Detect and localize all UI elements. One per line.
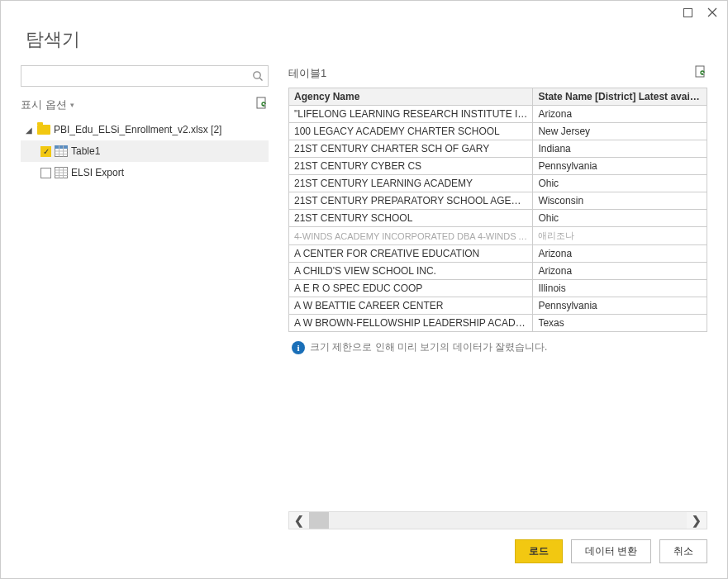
tree-item-label: ELSI Export <box>71 167 124 178</box>
navigator-tree: ◢ PBI_Edu_ELSi_Enrollment_v2.xlsx [2] ✓ … <box>21 119 269 183</box>
refresh-preview-icon[interactable] <box>694 65 707 81</box>
truncation-message: 크기 제한으로 인해 미리 보기의 데이터가 잘렸습니다. <box>310 340 547 354</box>
table-row[interactable]: A CHILD'S VIEW SCHOOL INC.Arizona <box>289 263 707 280</box>
svg-rect-7 <box>55 146 68 149</box>
checkbox-elsi-export[interactable] <box>40 168 51 178</box>
tree-collapse-icon[interactable]: ◢ <box>24 126 34 135</box>
column-header[interactable]: State Name [District] Latest available y… <box>533 88 707 106</box>
cell-state-name: Ohic <box>533 175 707 192</box>
cell-agency-name: A E R O SPEC EDUC COOP <box>289 280 533 297</box>
cell-state-name: Wisconsin <box>533 192 707 210</box>
table-row[interactable]: A CENTER FOR CREATIVE EDUCATIONArizona <box>289 245 707 263</box>
table-row[interactable]: 21ST CENTURY LEARNING ACADEMYOhic <box>289 175 707 192</box>
cell-state-name: Texas <box>533 315 707 332</box>
cell-agency-name: A W BEATTIE CAREER CENTER <box>289 297 533 315</box>
table-row[interactable]: 4-WINDS ACADEMY INCORPORATED DBA 4-WINDS… <box>289 227 707 245</box>
cell-state-name: Pennsylvania <box>533 297 707 315</box>
search-icon[interactable] <box>248 70 268 82</box>
cell-agency-name: A CHILD'S VIEW SCHOOL INC. <box>289 263 533 280</box>
tree-item-elsi-export[interactable]: ELSI Export <box>21 162 269 183</box>
scrollbar-track[interactable] <box>309 512 687 529</box>
cancel-button[interactable]: 취소 <box>659 539 707 563</box>
grid-header-row: Agency Name State Name [District] Latest… <box>289 88 707 106</box>
preview-title: 테이블1 <box>288 66 326 81</box>
cell-state-name: Arizona <box>533 106 707 123</box>
svg-line-4 <box>259 78 262 80</box>
scrollbar-thumb[interactable] <box>309 512 329 529</box>
cell-agency-name: 21ST CENTURY PREPARATORY SCHOOL AGENCY <box>289 192 533 210</box>
table-row[interactable]: 100 LEGACY ACADEMY CHARTER SCHOOLNew Jer… <box>289 123 707 140</box>
cell-agency-name: A W BROWN-FELLOWSHIP LEADERSHIP ACADEMY <box>289 315 533 332</box>
window-maximize-icon[interactable] <box>681 6 694 19</box>
cell-state-name: Pennsylvania <box>533 158 707 175</box>
search-input-container[interactable] <box>21 65 269 87</box>
scroll-left-icon[interactable]: ❮ <box>289 514 309 527</box>
cell-agency-name: "LIFELONG LEARNING RESEARCH INSTITUTE IN… <box>289 106 533 123</box>
cell-state-name: 애리조나 <box>533 227 707 245</box>
cell-agency-name: 21ST CENTURY CHARTER SCH OF GARY <box>289 140 533 158</box>
display-options-dropdown[interactable]: 표시 옵션 ▾ <box>21 97 74 112</box>
table-row[interactable]: 21ST CENTURY CHARTER SCH OF GARYIndiana <box>289 140 707 158</box>
display-options-label: 표시 옵션 <box>21 97 67 112</box>
table-row[interactable]: "LIFELONG LEARNING RESEARCH INSTITUTE IN… <box>289 106 707 123</box>
truncation-info: i 크기 제한으로 인해 미리 보기의 데이터가 잘렸습니다. <box>288 332 707 363</box>
tree-root-label: PBI_Edu_ELSi_Enrollment_v2.xlsx [2] <box>54 124 221 135</box>
table-row[interactable]: 21ST CENTURY SCHOOLOhic <box>289 210 707 227</box>
page-title: 탐색기 <box>26 27 702 52</box>
window-close-icon[interactable] <box>706 6 719 19</box>
cell-agency-name: 21ST CENTURY CYBER CS <box>289 158 533 175</box>
sheet-icon <box>55 167 68 178</box>
horizontal-scrollbar[interactable]: ❮ ❯ <box>288 511 707 529</box>
cell-agency-name: 4-WINDS ACADEMY INCORPORATED DBA 4-WINDS… <box>289 227 533 245</box>
table-row[interactable]: A E R O SPEC EDUC COOPIllinois <box>289 280 707 297</box>
load-button[interactable]: 로드 <box>515 539 563 563</box>
column-header[interactable]: Agency Name <box>289 88 533 106</box>
cell-agency-name: 21ST CENTURY LEARNING ACADEMY <box>289 175 533 192</box>
cell-agency-name: 21ST CENTURY SCHOOL <box>289 210 533 227</box>
tree-file-root[interactable]: ◢ PBI_Edu_ELSi_Enrollment_v2.xlsx [2] <box>21 119 269 140</box>
tree-item-table1[interactable]: ✓ Table1 <box>21 140 269 162</box>
table-row[interactable]: 21ST CENTURY PREPARATORY SCHOOL AGENCYWi… <box>289 192 707 210</box>
preview-grid: Agency Name State Name [District] Latest… <box>288 88 707 332</box>
cell-state-name: New Jersey <box>533 123 707 140</box>
svg-rect-0 <box>683 8 692 17</box>
cell-state-name: Arizona <box>533 245 707 263</box>
search-input[interactable] <box>21 66 248 86</box>
svg-point-3 <box>254 72 260 78</box>
cell-state-name: Illinois <box>533 280 707 297</box>
cell-agency-name: 100 LEGACY ACADEMY CHARTER SCHOOL <box>289 123 533 140</box>
cell-state-name: Ohic <box>533 210 707 227</box>
folder-icon <box>37 125 50 135</box>
table-icon <box>55 145 68 157</box>
scroll-right-icon[interactable]: ❯ <box>687 514 707 527</box>
table-row[interactable]: 21ST CENTURY CYBER CSPennsylvania <box>289 158 707 175</box>
cell-state-name: Arizona <box>533 263 707 280</box>
table-row[interactable]: A W BROWN-FELLOWSHIP LEADERSHIP ACADEMYT… <box>289 315 707 332</box>
cell-state-name: Indiana <box>533 140 707 158</box>
transform-data-button[interactable]: 데이터 변환 <box>571 539 651 563</box>
chevron-down-icon: ▾ <box>70 101 74 109</box>
checkbox-table1[interactable]: ✓ <box>40 146 51 157</box>
table-row[interactable]: A W BEATTIE CAREER CENTERPennsylvania <box>289 297 707 315</box>
tree-item-label: Table1 <box>71 145 100 157</box>
cell-agency-name: A CENTER FOR CREATIVE EDUCATION <box>289 245 533 263</box>
refresh-tree-icon[interactable] <box>255 97 269 112</box>
info-icon: i <box>292 341 305 354</box>
